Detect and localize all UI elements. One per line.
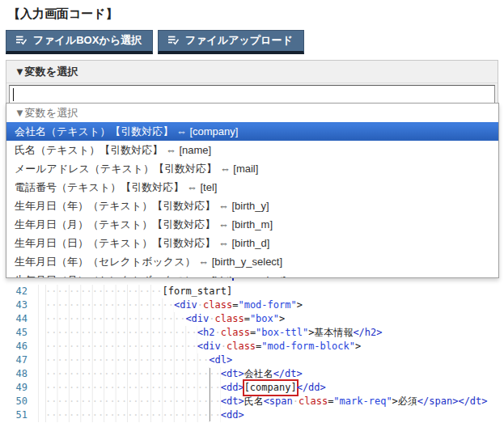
code-token-attr: class [203, 298, 232, 312]
code-editor[interactable]: 42····················[form_start]43····… [0, 283, 504, 423]
code-token-plain: = [250, 326, 256, 340]
variable-option[interactable]: 生年月日（日）（テキスト）【引数対応】 ⇔ [birth_d] [6, 234, 498, 252]
code-token-ws: · [215, 326, 221, 340]
code-line: 42····················[form_start] [0, 285, 504, 298]
code-token-ws: · [197, 298, 203, 312]
code-token-plain: [form_start] [162, 285, 232, 298]
variable-options-dropdown: ▼変数を選択会社名（テキスト）【引数対応】 ⇔ [company]氏名（テキスト… [6, 103, 499, 278]
code-line: 43······················<div·class="mod-… [0, 298, 504, 312]
file-upload-button[interactable]: ファイルアップロード [158, 30, 304, 54]
variable-option[interactable]: 会社名（テキスト）【引数対応】 ⇔ [company] [6, 122, 498, 141]
code-token-tag: </dd> [297, 381, 326, 395]
code-token-tag: <dd> [221, 381, 244, 395]
variable-options-list: ▼変数を選択会社名（テキスト）【引数対応】 ⇔ [company]氏名（テキスト… [6, 104, 498, 278]
indent-whitespace: ···················· [45, 285, 162, 298]
code-line: 44························<div·class="bo… [0, 312, 504, 326]
variable-select-panel: ▼変数を選択 [6, 60, 498, 105]
variable-option[interactable]: ▼変数を選択 [6, 104, 498, 122]
code-line: 50······························<dt>氏名<s… [0, 395, 504, 408]
variable-select-header[interactable]: ▼変数を選択 [6, 61, 498, 83]
code-line: 51······························<dd> [0, 408, 504, 422]
code-token-plain: = [328, 395, 333, 408]
filebox-select-label: ファイルBOXから選択 [33, 33, 142, 48]
line-number: 42 [0, 285, 39, 298]
indent-whitespace: ···························· [45, 353, 209, 367]
list-check-icon [167, 35, 180, 45]
code-token-str: "box-ttl" [256, 326, 308, 340]
code-token-ws: · [209, 312, 214, 326]
code-token-plain: 必須 [398, 395, 417, 408]
filebox-select-button[interactable]: ファイルBOXから選択 [6, 30, 153, 54]
line-number: 49 [0, 381, 39, 395]
indent-whitespace: ······························ [45, 381, 221, 395]
code-token-attr: class [221, 326, 250, 340]
indent-whitespace: ······················ [45, 298, 174, 312]
line-number: 51 [0, 408, 39, 422]
line-number: 44 [0, 312, 39, 326]
indent-whitespace: ······························ [45, 367, 221, 381]
code-token-plain: > [297, 298, 303, 312]
code-token-plain: > [392, 395, 398, 408]
variable-option[interactable]: 生年月日（月）（セレクトボックス） ⇔ [birth_m_select] [6, 271, 498, 278]
code-token-tag: <div [185, 312, 209, 326]
code-token-tag: <span [264, 395, 293, 408]
text-caret [13, 88, 14, 101]
line-number: 45 [0, 326, 39, 340]
toolbar: ファイルBOXから選択 ファイルアップロード [6, 30, 304, 54]
code-token-boxed: [company] [244, 381, 297, 395]
code-token-attr: class [215, 312, 244, 326]
code-token-plain: = [256, 340, 261, 353]
line-number: 46 [0, 340, 39, 353]
code-token-tag: <dl> [209, 353, 232, 367]
code-token-plain: 氏名 [244, 395, 264, 408]
variable-option[interactable]: 生年月日（年）（セレクトボックス） ⇔ [birth_y_select] [6, 252, 498, 271]
code-token-plain: > [308, 326, 314, 340]
line-number: 47 [0, 353, 39, 367]
code-token-tag: </dt> [458, 395, 487, 408]
code-line: 45··························<h2·class="b… [0, 326, 504, 340]
code-lines: 42····················[form_start]43····… [0, 285, 504, 422]
code-token-tag: <div [174, 298, 197, 312]
code-token-plain: > [355, 340, 361, 353]
code-token-attr: class [227, 340, 256, 353]
indent-whitespace: ························ [45, 312, 185, 326]
code-line: 48······························<dt>会社名<… [0, 367, 504, 381]
code-token-ws: · [293, 395, 299, 408]
indent-whitespace: ·························· [45, 340, 197, 353]
variable-option[interactable]: 生年月日（年）（テキスト）【引数対応】 ⇔ [birth_y] [6, 197, 498, 215]
code-token-str: "mark-req" [333, 395, 392, 408]
code-token-plain: 基本情報 [314, 326, 353, 340]
code-token-tag: <dd> [221, 408, 244, 422]
code-token-tag: <h2 [197, 326, 215, 340]
code-token-plain: > [279, 312, 285, 326]
code-token-str: "mod-form" [238, 298, 296, 312]
variable-search-input[interactable] [9, 85, 495, 104]
code-token-tag: <dt> [221, 367, 244, 381]
variable-option[interactable]: 生年月日（月）（テキスト）【引数対応】 ⇔ [birth_m] [6, 215, 498, 234]
line-number: 48 [0, 367, 39, 381]
code-token-tag: </h2> [353, 326, 382, 340]
code-token-plain: = [232, 298, 238, 312]
indent-whitespace: ······························ [45, 395, 221, 408]
code-line: 46··························<div·class="… [0, 340, 504, 353]
variable-option[interactable]: 氏名（テキスト）【引数対応】 ⇔ [name] [6, 141, 498, 159]
code-token-tag: <dt> [221, 395, 244, 408]
code-token-attr: class [299, 395, 328, 408]
list-check-icon [15, 35, 28, 45]
page-title: 【入力画面コード】 [8, 6, 118, 22]
code-line: 49······························<dd>[com… [0, 381, 504, 395]
code-token-tag: </span> [417, 395, 459, 408]
code-token-ws: · [221, 340, 227, 353]
code-token-str: "mod-form-block" [261, 340, 355, 353]
active-indent-guide [210, 368, 210, 421]
code-token-tag: <div [197, 340, 221, 353]
indent-whitespace: ·························· [45, 326, 197, 340]
code-token-str: "box" [250, 312, 279, 326]
code-line: 47····························<dl> [0, 353, 504, 367]
code-token-plain: 会社名 [244, 367, 273, 381]
line-number: 50 [0, 395, 39, 408]
file-upload-label: ファイルアップロード [185, 33, 293, 48]
variable-option[interactable]: 電話番号（テキスト）【引数対応】 ⇔ [tel] [6, 178, 498, 197]
variable-option[interactable]: メールアドレス（テキスト）【引数対応】 ⇔ [mail] [6, 159, 498, 178]
code-token-plain: = [244, 312, 250, 326]
